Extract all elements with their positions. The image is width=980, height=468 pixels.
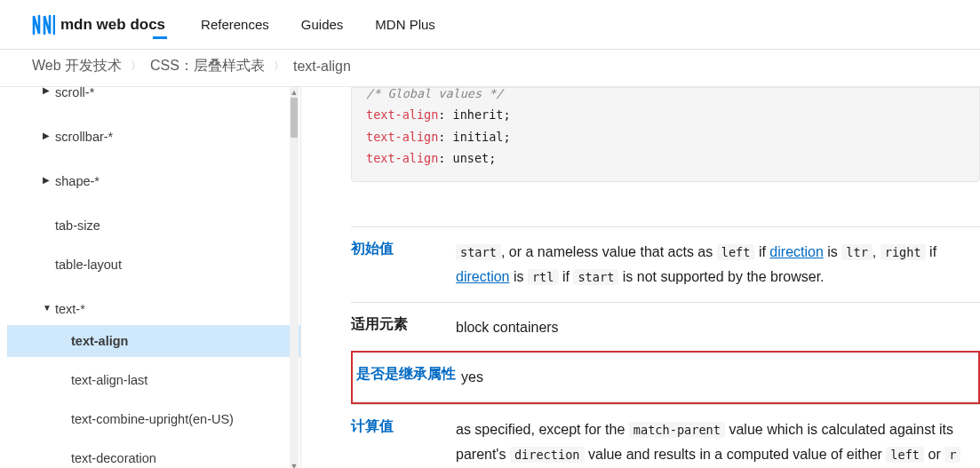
code-comment: /* Global values */	[366, 86, 503, 100]
computed-value-link[interactable]: 计算值	[351, 418, 394, 433]
nav-references[interactable]: References	[201, 17, 269, 32]
inherited-value: yes	[461, 365, 978, 390]
inherited-link[interactable]: 是否是继承属性	[356, 366, 456, 381]
logo-underline	[153, 36, 167, 39]
sidebar-scrollbar[interactable]: ▲ ▼	[290, 87, 299, 468]
code-prop: text-align	[366, 107, 438, 122]
applies-to-label: 适用元素	[351, 315, 456, 334]
direction-link[interactable]: direction	[456, 269, 509, 284]
code-val: unset	[453, 151, 490, 165]
sidebar-item-text-align-last[interactable]: text-align-last	[7, 364, 300, 396]
chevron-right-icon: 〉	[274, 59, 284, 74]
sidebar-item-text-combine-upright[interactable]: text-combine-upright(en-US)	[7, 403, 300, 435]
breadcrumb-item[interactable]: text-align	[293, 59, 351, 75]
nav-guides[interactable]: Guides	[301, 17, 344, 32]
code-rtl: rtl	[528, 269, 559, 285]
code-block: /* Global values */ text-align: inherit;…	[351, 87, 980, 182]
code-prop: text-align	[366, 130, 438, 144]
code-val: initial	[453, 130, 504, 144]
def-row-computed: 计算值 as specified, except for the match-p…	[351, 404, 980, 468]
breadcrumb: Web 开发技术 〉 CSS：层叠样式表 〉 text-align	[0, 50, 980, 87]
sidebar-group-label: text-*	[55, 302, 85, 316]
breadcrumb-item[interactable]: Web 开发技术	[32, 57, 122, 75]
scroll-up-arrow-icon[interactable]: ▲	[290, 87, 299, 98]
code-r: r	[944, 447, 960, 463]
code-right: right	[880, 244, 926, 260]
sidebar-group-label: scroll-*	[55, 87, 94, 99]
mdn-logo-icon	[32, 14, 55, 36]
initial-value-link[interactable]: 初始值	[351, 241, 394, 256]
caret-down-icon: ▼	[43, 303, 52, 313]
caret-right-icon: ▶	[43, 175, 50, 185]
sidebar-group-label: shape-*	[55, 174, 100, 188]
scroll-down-arrow-icon[interactable]: ▼	[290, 461, 299, 468]
definition-table: 初始值 start, or a nameless value that acts…	[351, 226, 980, 468]
sidebar-item-text-align[interactable]: text-align	[7, 325, 300, 357]
computed-value: as specified, except for the match-paren…	[456, 417, 980, 467]
initial-value: start, or a nameless value that acts as …	[456, 240, 980, 290]
breadcrumb-item[interactable]: CSS：层叠样式表	[150, 57, 265, 75]
caret-right-icon: ▶	[43, 131, 50, 140]
sidebar: ▶ scroll-* ▶ scrollbar-* ▶ shape-* tab-s…	[0, 87, 300, 468]
code-left: left	[717, 244, 755, 260]
sidebar-group-label: scrollbar-*	[55, 130, 113, 144]
applies-to-value: block containers	[456, 315, 980, 340]
logo-text: mdn web docs	[60, 16, 165, 33]
nav-mdn-plus[interactable]: MDN Plus	[375, 17, 435, 32]
sidebar-group-scrollbar[interactable]: ▶ scrollbar-*	[7, 121, 300, 153]
code-prop: text-align	[366, 151, 438, 165]
def-row-initial: 初始值 start, or a nameless value that acts…	[351, 226, 980, 302]
code-left: left	[886, 447, 924, 463]
main-content: /* Global values */ text-align: inherit;…	[300, 87, 980, 468]
caret-right-icon: ▶	[43, 87, 50, 95]
direction-link[interactable]: direction	[769, 244, 823, 259]
code-match-parent: match-parent	[629, 422, 725, 438]
sidebar-group-scroll[interactable]: ▶ scroll-*	[7, 87, 300, 108]
top-header: mdn web docs References Guides MDN Plus	[0, 0, 980, 50]
def-row-applies: 适用元素 block containers	[351, 302, 980, 353]
code-start: start	[456, 244, 501, 260]
code-val: inherit	[453, 107, 504, 122]
sidebar-item-text-decoration[interactable]: text-decoration	[7, 442, 300, 468]
sidebar-group-text[interactable]: ▼ text-*	[7, 293, 300, 325]
scrollbar-track[interactable]	[290, 98, 299, 461]
chevron-right-icon: 〉	[131, 59, 141, 74]
mdn-logo[interactable]: mdn web docs	[32, 14, 165, 36]
code-ltr: ltr	[841, 244, 872, 260]
code-start: start	[573, 269, 618, 285]
sidebar-group-shape[interactable]: ▶ shape-*	[7, 165, 300, 197]
code-direction: direction	[510, 447, 585, 463]
def-row-inherited: 是否是继承属性 yes	[351, 351, 980, 404]
sidebar-item-table-layout[interactable]: table-layout	[7, 249, 300, 281]
scrollbar-thumb[interactable]	[291, 98, 298, 138]
sidebar-item-tab-size[interactable]: tab-size	[7, 210, 300, 242]
